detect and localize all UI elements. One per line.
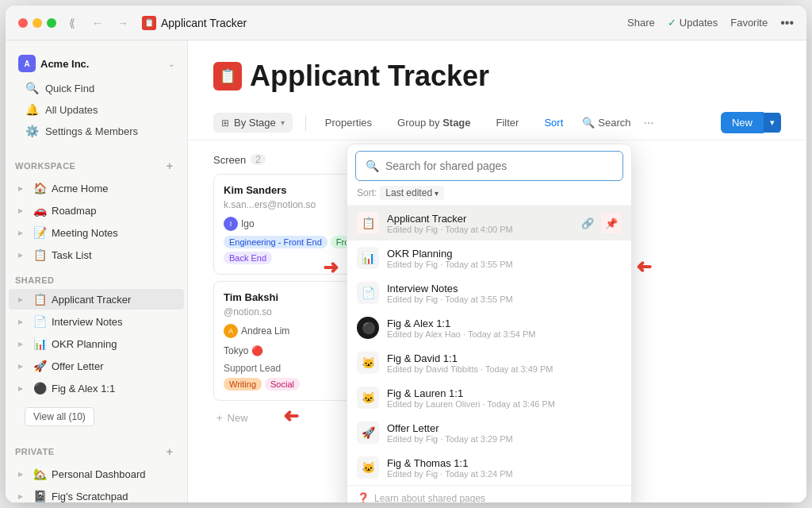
sort-button[interactable]: Sort [538, 114, 569, 132]
personal-dashboard-icon: 🏡 [33, 468, 47, 480]
pin-button[interactable]: 📌 [601, 213, 622, 233]
pin-button[interactable]: 📌 [601, 318, 622, 338]
new-button-chevron[interactable]: ▾ [764, 113, 781, 133]
favorite-button[interactable]: Favorite [730, 17, 768, 29]
more-options-button[interactable]: ••• [780, 16, 794, 30]
toolbar-more-button[interactable]: ··· [643, 116, 653, 130]
sidebar-item-task-list[interactable]: ▶ 📋 Task List [9, 244, 184, 265]
sort-selector[interactable]: Last edited ▾ [380, 186, 444, 200]
forward-button[interactable]: → [113, 13, 132, 33]
sidebar-item-quick-find[interactable]: 🔍 Quick Find [15, 78, 178, 98]
expand-icon: ▶ [18, 318, 28, 325]
traffic-lights [18, 18, 56, 28]
dropdown-item-fig-david[interactable]: 🐱 Fig & David 1:1 Edited by David Tibbit… [347, 345, 631, 380]
titlebar-title: Applicant Tracker [161, 17, 627, 29]
pin-button[interactable]: 📌 [601, 422, 622, 443]
maximize-button[interactable] [47, 18, 56, 28]
task-list-icon: 📋 [33, 248, 47, 261]
sidebar-item-all-updates[interactable]: 🔔 All Updates [15, 99, 178, 120]
expand-icon: ▶ [18, 385, 28, 392]
sidebar-item-okr-planning[interactable]: ▶ 📊 OKR Planning [9, 333, 184, 354]
share-button[interactable]: Share [627, 17, 655, 29]
pin-button[interactable]: 📌 [601, 457, 622, 478]
search-icon: 🔍 [582, 117, 595, 129]
copy-link-button[interactable]: 🔗 [577, 457, 598, 478]
filter-button[interactable]: Filter [490, 114, 526, 132]
toolbar: ⊞ By Stage ▾ Properties Group by Stage F… [188, 106, 806, 140]
dropdown-item-applicant-tracker[interactable]: 📋 Applicant Tracker Edited by Fig · Toda… [347, 206, 631, 241]
pin-button[interactable]: 📌 [601, 248, 622, 268]
search-input[interactable] [385, 160, 613, 172]
search-button[interactable]: 🔍 Search [582, 117, 630, 129]
sidebar-item-fig-alex[interactable]: ▶ ⚫ Fig & Alex 1:1 [9, 378, 184, 398]
expand-icon: ▶ [18, 471, 28, 478]
item-icon: 🚀 [357, 421, 379, 444]
dropdown-item-fig-alex[interactable]: ⚫ Fig & Alex 1:1 Edited by Alex Hao · To… [347, 310, 631, 345]
search-input-wrap: 🔍 [355, 151, 623, 181]
sidebar-item-meeting-notes[interactable]: ▶ 📝 Meeting Notes [9, 222, 184, 243]
copy-link-button[interactable]: 🔗 [577, 387, 598, 408]
updates-button[interactable]: ✓ Updates [668, 17, 718, 29]
item-info: Fig & Alex 1:1 Edited by Alex Hao · Toda… [387, 318, 569, 339]
expand-icon: ▶ [18, 185, 28, 192]
sidebar-item-personal-dashboard[interactable]: ▶ 🏡 Personal Dashboard [9, 464, 184, 484]
sidebar-collapse-button[interactable]: ⟪ [69, 17, 75, 29]
group-by-button[interactable]: Group by Stage [391, 114, 477, 132]
settings-label: Settings & Members [45, 125, 138, 137]
item-info: Fig & Thomas 1:1 Edited by Fig · Today a… [387, 457, 569, 479]
view-all-container: View all (10) [6, 399, 187, 434]
content-area: 📋 Applicant Tracker ⊞ By Stage ▾ Propert… [188, 40, 806, 502]
pin-button[interactable]: 📌 [601, 352, 622, 373]
new-button-main[interactable]: New [721, 112, 764, 133]
private-add-button[interactable]: + [162, 444, 178, 460]
dropdown-item-fig-lauren[interactable]: 🐱 Fig & Lauren 1:1 Edited by Lauren Oliv… [347, 380, 631, 415]
workspace-header[interactable]: A Acme Inc. ⌄ [12, 50, 181, 77]
shared-section-header: SHARED [6, 266, 187, 288]
tag: Back End [224, 252, 272, 264]
expand-icon: ▶ [18, 252, 28, 259]
person-avatar: I [224, 217, 238, 231]
copy-link-button[interactable]: 🔗 [577, 422, 598, 443]
toolbar-separator [305, 115, 306, 131]
properties-button[interactable]: Properties [319, 114, 378, 132]
sidebar-item-settings[interactable]: ⚙️ Settings & Members [15, 121, 178, 141]
workspace-avatar: A [18, 55, 36, 72]
dropdown-item-okr-planning[interactable]: 📊 OKR Planning Edited by Fig · Today at … [347, 241, 631, 275]
sidebar-item-figs-scratchpad[interactable]: ▶ 📓 Fig's Scratchpad [9, 486, 184, 502]
minimize-button[interactable] [33, 18, 42, 28]
dropdown-item-offer-letter[interactable]: 🚀 Offer Letter Edited by Fig · Today at … [347, 415, 631, 450]
pin-button[interactable]: 📌 [601, 387, 622, 408]
sidebar-item-offer-letter[interactable]: ▶ 🚀 Offer Letter [9, 356, 184, 376]
dropdown-footer[interactable]: ❓ Learn about shared pages [347, 485, 631, 502]
pin-button[interactable]: 📌 [601, 283, 622, 303]
sidebar-item-roadmap[interactable]: ▶ 🚗 Roadmap [9, 200, 184, 221]
workspace-add-button[interactable]: + [162, 158, 178, 174]
copy-link-button[interactable]: 🔗 [577, 318, 598, 338]
close-button[interactable] [18, 18, 28, 28]
titlebar-page-icon: 📋 [142, 16, 156, 30]
search-input-icon: 🔍 [366, 160, 379, 172]
back-button[interactable]: ← [88, 13, 107, 33]
item-icon: 🐱 [357, 387, 379, 409]
view-selector[interactable]: ⊞ By Stage ▾ [213, 113, 293, 133]
copy-link-button[interactable]: 🔗 [577, 213, 598, 233]
item-actions: 🔗 📌 [577, 213, 622, 233]
sidebar-item-applicant-tracker[interactable]: ▶ 📋 Applicant Tracker [9, 289, 184, 310]
dropdown-item-fig-thomas[interactable]: 🐱 Fig & Thomas 1:1 Edited by Fig · Today… [347, 450, 631, 485]
item-info: Fig & David 1:1 Edited by David Tibbitts… [387, 352, 569, 374]
copy-link-button[interactable]: 🔗 [577, 248, 598, 268]
view-all-button[interactable]: View all (10) [25, 407, 94, 426]
acme-home-icon: 🏠 [33, 182, 47, 194]
copy-link-button[interactable]: 🔗 [577, 352, 598, 373]
dropdown-item-interview-notes[interactable]: 📄 Interview Notes Edited by Fig · Today … [347, 275, 631, 310]
sidebar-item-interview-notes[interactable]: ▶ 📄 Interview Notes [9, 311, 184, 332]
navigation-buttons: ← → [88, 13, 132, 33]
sidebar-item-acme-home[interactable]: ▶ 🏠 Acme Home [9, 178, 184, 198]
item-info: Fig & Lauren 1:1 Edited by Lauren Oliver… [387, 387, 569, 409]
all-updates-label: All Updates [45, 104, 98, 116]
view-label: By Stage [234, 117, 276, 129]
tag: Engineering - Front End [224, 236, 327, 248]
person-avatar: A [224, 324, 238, 338]
copy-link-button[interactable]: 🔗 [577, 283, 598, 303]
search-dropdown: 🔍 Sort: Last edited ▾ 📋 [347, 144, 632, 502]
